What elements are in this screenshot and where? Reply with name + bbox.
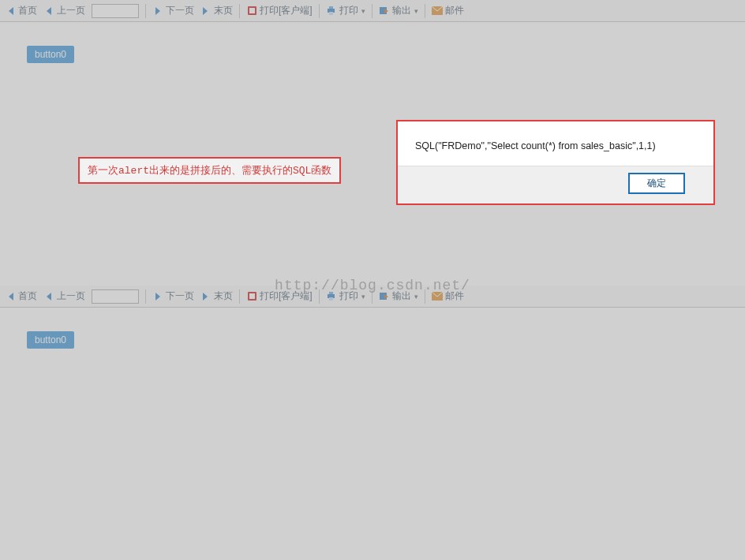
first-page-icon [5,291,16,302]
printer-icon [326,291,337,302]
toolbar-separator [425,4,425,18]
svg-rect-3 [329,6,333,9]
svg-rect-8 [249,293,255,299]
dropdown-arrow-icon: ▾ [361,7,365,15]
button0[interactable]: button0 [27,46,74,63]
next-page-label: 下一页 [166,4,194,17]
pdf-icon [246,291,257,302]
page-number-input[interactable] [92,4,139,18]
prev-page-icon [43,291,54,302]
print-button[interactable]: 打印 ▾ [326,4,365,17]
export-label: 输出 [392,289,411,303]
toolbar-separator [145,289,146,304]
report-toolbar: 首页 上一页 下一页 末页 打印[客户端] [0,286,745,308]
first-page-icon [5,6,16,17]
button0[interactable]: button0 [27,331,74,349]
mail-label: 邮件 [445,4,464,17]
last-page-icon [200,6,212,17]
next-page-button[interactable]: 下一页 [152,4,194,17]
alert-message: SQL("FRDemo","Select count(*) from sales… [398,121,713,166]
printer-icon [326,6,337,17]
svg-rect-1 [249,8,255,13]
svg-rect-10 [329,292,333,294]
print-client-label: 打印[客户端] [260,4,313,17]
prev-page-label: 上一页 [57,289,85,303]
page-number-input[interactable] [92,289,139,304]
toolbar-separator [319,4,320,18]
print-client-button[interactable]: 打印[客户端] [246,4,313,17]
next-page-label: 下一页 [166,289,194,303]
export-icon [379,6,390,17]
report-toolbar: 首页 上一页 下一页 末页 打印[客户端] [0,0,745,22]
toolbar-separator [372,4,372,18]
prev-page-label: 上一页 [57,4,85,17]
svg-rect-11 [329,297,333,301]
dropdown-arrow-icon: ▾ [414,7,418,15]
toolbar-separator [372,289,372,304]
svg-rect-4 [329,12,333,15]
dropdown-arrow-icon: ▾ [361,293,365,301]
export-button[interactable]: 输出 ▾ [379,289,418,303]
screenshot-panel-2: 首页 上一页 下一页 末页 打印[客户端] [0,286,745,560]
first-page-button[interactable]: 首页 [5,289,37,303]
report-content: button0 [0,308,745,560]
mail-button[interactable]: 邮件 [432,289,464,303]
print-client-label: 打印[客户端] [260,289,313,303]
next-page-icon [152,6,163,17]
alert-dialog-1: SQL("FRDemo","Select count(*) from sales… [396,120,715,205]
pdf-icon [246,6,257,17]
toolbar-separator [239,289,240,304]
mail-label: 邮件 [445,289,464,303]
alert-ok-button[interactable]: 确定 [628,173,685,194]
next-page-icon [152,291,163,302]
print-button[interactable]: 打印 ▾ [326,289,365,303]
print-client-button[interactable]: 打印[客户端] [246,289,313,303]
last-page-button[interactable]: 末页 [200,289,233,303]
toolbar-separator [319,289,320,304]
prev-page-button[interactable]: 上一页 [43,4,85,17]
last-page-icon [200,291,212,302]
toolbar-separator [239,4,240,18]
dropdown-arrow-icon: ▾ [414,293,418,301]
last-page-button[interactable]: 末页 [200,4,233,17]
last-page-label: 末页 [214,4,233,17]
mail-icon [432,6,443,17]
next-page-button[interactable]: 下一页 [152,289,194,303]
screenshot-panel-1: 首页 上一页 下一页 末页 打印[客户端] [0,0,745,286]
print-label: 打印 [339,289,358,303]
print-label: 打印 [339,4,358,17]
toolbar-separator [145,4,146,18]
export-label: 输出 [392,4,411,17]
first-page-label: 首页 [18,289,37,303]
mail-button[interactable]: 邮件 [432,4,464,17]
mail-icon [432,291,443,302]
export-icon [379,291,390,302]
annotation-first-alert: 第一次alert出来的是拼接后的、需要执行的SQL函数 [78,157,341,184]
first-page-label: 首页 [18,4,37,17]
prev-page-icon [43,6,54,17]
export-button[interactable]: 输出 ▾ [379,4,418,17]
alert-footer: 确定 [398,166,713,203]
last-page-label: 末页 [214,289,233,303]
toolbar-separator [425,289,425,304]
first-page-button[interactable]: 首页 [5,4,37,17]
prev-page-button[interactable]: 上一页 [43,289,85,303]
